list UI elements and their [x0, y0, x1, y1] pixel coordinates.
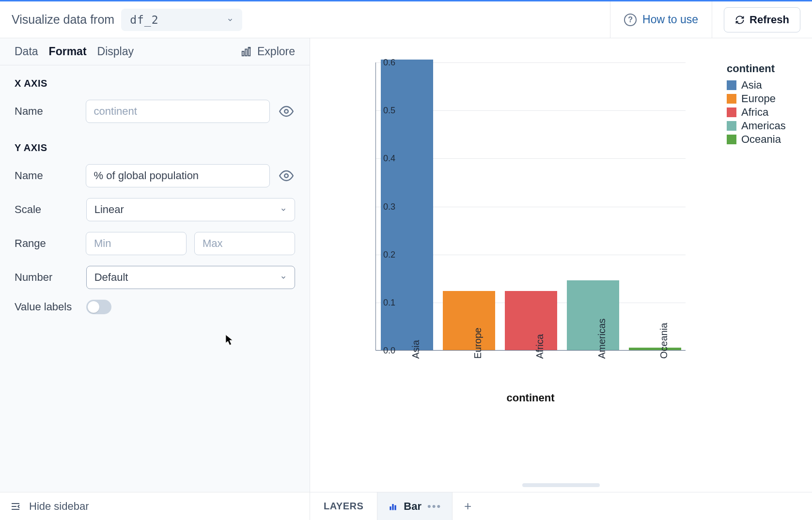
legend-swatch: [727, 94, 736, 104]
bar-oceania[interactable]: [629, 348, 682, 350]
legend-swatch: [727, 80, 736, 90]
value-labels-row: Value labels: [15, 300, 295, 314]
layers-label: LAYERS: [310, 501, 377, 512]
yaxis-min-input[interactable]: [86, 232, 187, 255]
ytick-label: 0.1: [371, 297, 395, 307]
xtick-label: Africa: [534, 334, 546, 359]
yaxis-scale-value: Linear: [94, 203, 124, 216]
chevron-down-icon: [280, 274, 287, 281]
bar-europe[interactable]: [443, 291, 496, 350]
gridline: [376, 351, 686, 351]
chart: % of global population 0.00.10.20.30.40.…: [334, 62, 712, 401]
add-layer-button[interactable]: +: [453, 499, 483, 514]
xaxis-name-label: Name: [15, 105, 86, 118]
legend-label: Americas: [741, 120, 786, 132]
hide-sidebar-button[interactable]: Hide sidebar: [0, 492, 310, 520]
yaxis-number-select[interactable]: Default: [86, 266, 295, 289]
bar-chart-icon: [388, 502, 398, 511]
explore-label: Explore: [257, 45, 295, 58]
legend-item[interactable]: Europe: [727, 92, 786, 105]
layers-bar: LAYERS Bar ••• +: [310, 492, 812, 520]
legend-label: Asia: [741, 79, 762, 92]
legend-item[interactable]: Asia: [727, 79, 786, 92]
svg-rect-9: [392, 504, 394, 510]
tab-data[interactable]: Data: [15, 45, 38, 58]
help-icon: ?: [624, 14, 637, 26]
bar-americas[interactable]: [567, 280, 620, 350]
ytick-label: 0.0: [371, 346, 395, 356]
xaxis-visibility-toggle[interactable]: [278, 103, 295, 120]
svg-rect-8: [390, 506, 391, 510]
yaxis-name-label: Name: [15, 169, 86, 182]
toggle-knob: [88, 301, 99, 313]
legend-item[interactable]: Africa: [727, 106, 786, 119]
xaxis-title: X AXIS: [15, 78, 295, 89]
tab-format[interactable]: Format: [49, 45, 87, 58]
explore-button[interactable]: Explore: [241, 45, 295, 58]
ytick-label: 0.4: [371, 153, 395, 164]
header: Visualize data from df_2 ? How to use Re…: [0, 1, 812, 38]
yaxis-scale-select[interactable]: Linear: [86, 198, 295, 221]
visualize-label: Visualize data from: [12, 13, 114, 27]
yaxis-max-input[interactable]: [194, 232, 295, 255]
legend-item[interactable]: Americas: [727, 120, 786, 132]
yaxis-name-row: Name: [15, 164, 295, 187]
eye-icon: [279, 168, 294, 183]
layer-name: Bar: [404, 500, 422, 513]
format-pane: X AXIS Name Y AXIS Name Scale: [0, 65, 310, 337]
eye-icon: [279, 104, 294, 119]
ytick-label: 0.5: [371, 106, 395, 116]
hide-sidebar-label: Hide sidebar: [29, 500, 89, 513]
legend-label: Europe: [741, 92, 776, 105]
xaxis-name-input[interactable]: [86, 100, 270, 123]
yaxis-range-label: Range: [15, 237, 86, 250]
x-axis-title: continent: [375, 392, 686, 404]
svg-point-4: [284, 174, 288, 178]
ytick-label: 0.2: [371, 249, 395, 260]
dataframe-select[interactable]: df_2: [121, 9, 242, 31]
dataframe-name: df_2: [130, 14, 158, 26]
legend-label: Africa: [741, 106, 768, 119]
yaxis-scale-row: Scale Linear: [15, 198, 295, 221]
plot-region: [375, 62, 686, 351]
xaxis-name-row: Name: [15, 100, 295, 123]
horizontal-scroll-handle[interactable]: [522, 483, 600, 487]
tab-display[interactable]: Display: [97, 45, 134, 58]
xtick-label: Asia: [410, 340, 422, 359]
yaxis-number-label: Number: [15, 271, 86, 284]
legend-swatch: [727, 107, 736, 117]
legend-item[interactable]: Oceania: [727, 133, 786, 146]
svg-point-3: [284, 109, 288, 113]
chart-area: % of global population 0.00.10.20.30.40.…: [310, 38, 812, 492]
sidebar: Data Format Display Explore X AXIS Name …: [0, 38, 310, 492]
yaxis-name-input[interactable]: [86, 164, 270, 187]
how-to-use-button[interactable]: ? How to use: [610, 1, 712, 38]
refresh-button[interactable]: Refresh: [724, 7, 800, 32]
yaxis-visibility-toggle[interactable]: [278, 167, 295, 184]
bar-africa[interactable]: [505, 291, 558, 350]
legend-swatch: [727, 121, 736, 131]
layer-tab-bar[interactable]: Bar •••: [377, 492, 453, 520]
xtick-label: Americas: [596, 319, 608, 359]
yaxis-number-value: Default: [94, 271, 128, 284]
xtick-label: Oceania: [658, 323, 670, 359]
xtick-label: Europe: [472, 328, 484, 359]
svg-rect-1: [245, 49, 247, 56]
legend-label: Oceania: [741, 133, 781, 146]
svg-rect-10: [395, 505, 396, 510]
refresh-icon: [735, 15, 745, 25]
yaxis-title: Y AXIS: [15, 142, 295, 153]
chevron-down-icon: [227, 16, 234, 23]
sidebar-tabs: Data Format Display Explore: [0, 38, 310, 65]
header-right: ? How to use Refresh: [610, 8, 800, 31]
explore-icon: [241, 46, 251, 57]
yaxis-number-row: Number Default: [15, 266, 295, 289]
more-icon[interactable]: •••: [427, 500, 441, 513]
value-labels-label: Value labels: [15, 301, 86, 313]
chevron-down-icon: [280, 206, 287, 213]
how-to-use-label: How to use: [642, 13, 698, 26]
legend-title: continent: [727, 62, 786, 75]
value-labels-toggle[interactable]: [86, 300, 111, 314]
header-left: Visualize data from df_2: [12, 9, 242, 31]
legend-swatch: [727, 135, 736, 144]
